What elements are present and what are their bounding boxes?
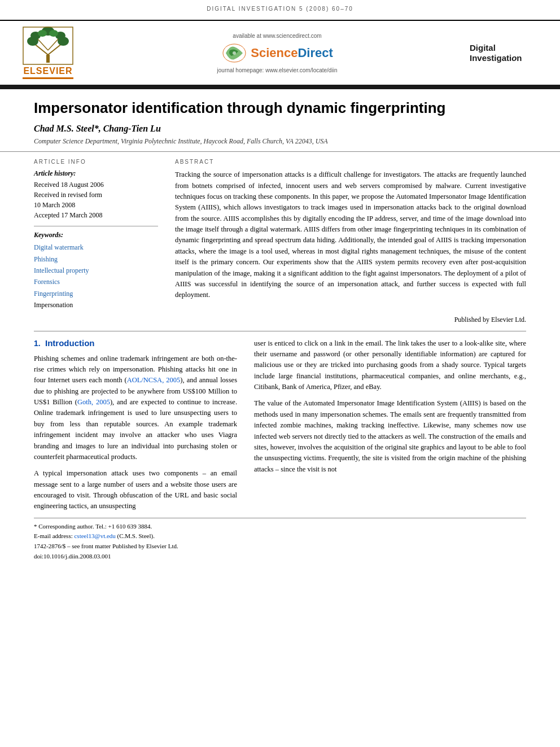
keyword-forensics[interactable]: Forensics [34,276,158,287]
svg-point-14 [233,51,236,55]
abstract-label: ABSTRACT [175,159,526,165]
intro-heading-text: Introduction [45,338,94,348]
logos-row: ELSEVIER available at www.sciencedirect.… [0,21,560,85]
keywords-title: Keywords: [34,231,158,239]
digital-label: Digital [470,43,496,53]
intro-left-para-1: Phishing schemes and online trademark in… [34,353,237,463]
science-part: Science [251,46,298,60]
keyword-impersonation[interactable]: Impersonation [34,299,158,311]
body-left-column: 1. Introduction Phishing schemes and onl… [34,338,237,518]
svg-rect-0 [46,55,50,63]
dark-divider-bar [0,85,560,89]
keywords-section: Keywords: Digital watermark Phishing Int… [34,226,158,311]
keyword-intellectual-property[interactable]: Intellectual property [34,265,158,276]
intro-left-para-2: A typical impersonation attack uses two … [34,468,237,512]
abstract-column: ABSTRACT Tracking the source of imperson… [175,159,526,311]
article-affiliation: Computer Science Department, Virginia Po… [34,137,526,146]
intro-heading: 1. Introduction [34,338,237,348]
article-info-label: ARTICLE INFO [34,159,158,165]
received-2-date: 10 March 2008 [34,200,158,210]
doi-line: doi:10.1016/j.diin.2008.03.001 [34,552,526,562]
footer-notes: * Corresponding author. Tel.: +1 610 639… [34,518,526,561]
article-info-column: ARTICLE INFO Article history: Received 1… [34,159,158,311]
email-link[interactable]: csteel13@vt.edu [74,532,115,539]
received-2-label: Received in revised form [34,190,158,200]
aol-ncsa-link[interactable]: AOL/NCSA, 2005 [127,376,181,384]
sd-logo-row: ScienceDirect [85,42,470,64]
svg-point-10 [38,30,47,37]
article-history-group: Article history: Received 18 August 2006… [34,169,158,220]
article-title-section: Impersonator identification through dyna… [0,89,560,152]
sciencedirect-icon [221,42,247,64]
page: DIGITAL INVESTIGATION 5 (2008) 60–70 [0,0,560,561]
corresponding-author-note: * Corresponding author. Tel.: +1 610 639… [34,522,526,532]
di-text: Digital Investigation [470,43,549,63]
article-title: Impersonator identification through dyna… [34,99,526,117]
available-at-text: available at www.sciencedirect.com [85,33,470,39]
article-authors: Chad M.S. Steel*, Chang-Tien Lu [34,124,526,134]
journal-header: DIGITAL INVESTIGATION 5 (2008) 60–70 [0,0,560,21]
goth-link[interactable]: Goth, 2005 [77,398,110,406]
elsevier-tree-icon [23,27,73,65]
sciencedirect-logo: available at www.sciencedirect.com Scien… [85,33,470,73]
svg-line-1 [34,43,48,55]
accepted-date: Accepted 17 March 2008 [34,210,158,220]
keyword-digital-watermark[interactable]: Digital watermark [34,242,158,253]
authors-text: Chad M.S. Steel*, Chang-Tien Lu [34,124,161,133]
elsevier-label: ELSEVIER [23,66,72,76]
email-label: E-mail address: [34,532,74,539]
investigation-label: Investigation [470,53,522,63]
journal-title: DIGITAL INVESTIGATION 5 (2008) 60–70 [23,6,537,12]
email-rest: (C.M.S. Steel). [116,532,155,539]
intro-right-para-2: The value of the Automated Impersonator … [254,398,526,475]
intro-number: 1. [34,339,41,348]
section-divider [34,331,526,331]
copyright-line: 1742-2876/$ – see front matter Published… [34,541,526,552]
sciencedirect-text: ScienceDirect [251,46,333,60]
keyword-phishing[interactable]: Phishing [34,254,158,265]
article-history-title: Article history: [34,169,158,178]
svg-line-2 [48,43,62,55]
article-info-abstract-row: ARTICLE INFO Article history: Received 1… [0,152,560,311]
elsevier-logo: ELSEVIER [11,27,85,79]
body-right-column: user is enticed to click on a link in th… [254,338,526,518]
published-by: Published by Elsevier Ltd. [0,311,560,324]
direct-part: Direct [298,46,333,60]
svg-line-3 [37,38,48,50]
di-logo: Digital Investigation [470,43,549,63]
email-line: E-mail address: csteel13@vt.edu (C.M.S. … [34,531,526,541]
abstract-text: Tracking the source of impersonation att… [175,169,526,301]
journal-homepage: journal homepage: www.elsevier.com/locat… [85,67,470,73]
elsevier-bar [23,77,73,79]
svg-point-11 [49,30,58,37]
received-1: Received 18 August 2006 [34,180,158,190]
svg-line-4 [48,38,59,50]
keyword-fingerprinting[interactable]: Fingerprinting [34,288,158,299]
body-section: 1. Introduction Phishing schemes and onl… [0,338,560,518]
intro-right-para-1: user is enticed to click on a link in th… [254,338,526,393]
